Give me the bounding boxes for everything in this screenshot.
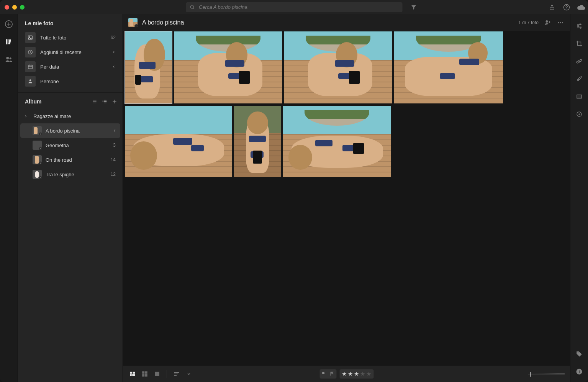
help-icon bbox=[563, 4, 570, 11]
sidebar-item-by-date[interactable]: Per data bbox=[20, 59, 120, 74]
sidebar-item-people[interactable]: Persone bbox=[20, 74, 120, 89]
album-thumbnail: ✓ bbox=[33, 155, 42, 164]
sidebar-item-recent[interactable]: Aggiunti di recente bbox=[20, 45, 120, 59]
info-button[interactable] bbox=[575, 367, 583, 376]
svg-point-52 bbox=[580, 24, 581, 25]
flag-reject-button[interactable] bbox=[328, 369, 336, 379]
star-2[interactable]: ★ bbox=[348, 371, 353, 377]
sort-dropdown[interactable] bbox=[185, 370, 193, 378]
album-thumbnail bbox=[128, 18, 138, 27]
svg-rect-44 bbox=[145, 374, 147, 376]
svg-point-68 bbox=[579, 370, 580, 371]
keywords-button[interactable] bbox=[575, 350, 583, 358]
chevron-down-icon bbox=[187, 372, 191, 376]
crop-icon bbox=[576, 40, 583, 47]
svg-rect-57 bbox=[576, 59, 582, 63]
star-4[interactable]: ★ bbox=[360, 371, 365, 377]
svg-point-10 bbox=[6, 57, 9, 59]
view-grid-button[interactable] bbox=[101, 98, 108, 105]
library-icon bbox=[5, 38, 13, 46]
search-box[interactable] bbox=[186, 2, 402, 12]
window-maximize-button[interactable] bbox=[20, 5, 25, 10]
svg-rect-39 bbox=[130, 374, 132, 376]
photo-icon bbox=[25, 32, 36, 43]
svg-point-31 bbox=[546, 20, 548, 23]
view-list-button[interactable] bbox=[91, 98, 98, 105]
funnel-icon bbox=[411, 4, 417, 10]
cloud-sync-button[interactable] bbox=[577, 3, 585, 11]
star-1[interactable]: ★ bbox=[342, 371, 347, 377]
photo-thumbnail[interactable] bbox=[283, 105, 391, 177]
photo-thumbnail[interactable] bbox=[234, 105, 281, 177]
help-button[interactable] bbox=[563, 3, 570, 11]
grid-view-button[interactable] bbox=[128, 370, 137, 378]
zoom-slider[interactable] bbox=[528, 373, 565, 375]
album-label: A bordo piscina bbox=[46, 128, 109, 134]
linear-gradient-button[interactable] bbox=[575, 92, 583, 101]
window-controls bbox=[5, 5, 25, 10]
album-folder-row[interactable]: Ragazze al mare bbox=[20, 109, 120, 123]
edit-panel-button[interactable] bbox=[575, 22, 583, 30]
star-3[interactable]: ★ bbox=[354, 371, 359, 377]
library-tab[interactable] bbox=[4, 37, 13, 46]
photo-grid-scroll[interactable] bbox=[123, 31, 570, 365]
svg-rect-41 bbox=[142, 371, 144, 374]
shared-tab[interactable] bbox=[4, 55, 13, 64]
brush-panel-button[interactable] bbox=[575, 75, 583, 83]
svg-point-4 bbox=[566, 8, 567, 9]
contributors-button[interactable] bbox=[543, 18, 552, 27]
crop-panel-button[interactable] bbox=[575, 39, 583, 48]
window-close-button[interactable] bbox=[5, 5, 9, 10]
person-icon bbox=[25, 76, 36, 87]
svg-point-35 bbox=[560, 22, 561, 23]
photo-thumbnail[interactable] bbox=[284, 31, 392, 104]
album-row[interactable]: ✓ A bordo piscina 7 bbox=[20, 123, 120, 138]
single-view-button[interactable] bbox=[153, 370, 161, 378]
titlebar bbox=[0, 0, 588, 14]
window-minimize-button[interactable] bbox=[12, 5, 17, 10]
svg-point-58 bbox=[578, 61, 579, 61]
star-5[interactable]: ★ bbox=[366, 371, 371, 377]
sidebar: Le mie foto Tutte le foto 62 Aggiunti di… bbox=[18, 14, 123, 382]
share-icon bbox=[549, 4, 555, 10]
add-photos-button[interactable] bbox=[4, 20, 13, 29]
content-title: A bordo piscina bbox=[142, 19, 184, 26]
flag-pick-button[interactable] bbox=[319, 369, 328, 379]
svg-rect-43 bbox=[142, 374, 144, 376]
flag-controls bbox=[319, 369, 336, 379]
add-album-button[interactable] bbox=[111, 98, 118, 105]
radial-gradient-button[interactable] bbox=[575, 110, 583, 118]
album-count: 14 bbox=[111, 157, 116, 162]
grid-justified-icon bbox=[129, 371, 136, 377]
album-thumbnail: ✓ bbox=[33, 126, 42, 135]
square-grid-button[interactable] bbox=[141, 370, 149, 378]
svg-rect-38 bbox=[133, 372, 135, 374]
album-row[interactable]: ✓ Geometria 3 bbox=[20, 138, 120, 152]
photo-thumbnail[interactable] bbox=[174, 31, 282, 104]
person-plus-icon bbox=[544, 19, 551, 26]
album-row[interactable]: ✓ On the road 14 bbox=[20, 152, 120, 167]
album-label: Geometria bbox=[46, 143, 109, 148]
album-thumbnail: ✓ bbox=[33, 170, 42, 179]
photo-thumbnail[interactable] bbox=[124, 31, 172, 104]
search-input[interactable] bbox=[198, 4, 398, 10]
photo-thumbnail[interactable] bbox=[124, 105, 232, 177]
svg-rect-9 bbox=[8, 39, 9, 44]
more-button[interactable] bbox=[556, 18, 565, 27]
rating-stars[interactable]: ★★★★★ bbox=[339, 369, 373, 379]
chevron-right-icon bbox=[112, 50, 116, 54]
album-count: 3 bbox=[113, 143, 116, 148]
filter-button[interactable] bbox=[409, 3, 418, 12]
album-row[interactable]: ✓ Tra le spighe 12 bbox=[20, 167, 120, 182]
content-header: A bordo piscina 1 di 7 foto bbox=[123, 14, 570, 31]
album-label: On the road bbox=[46, 157, 107, 163]
plus-circle-icon bbox=[5, 20, 13, 28]
photo-thumbnail[interactable] bbox=[394, 31, 503, 104]
share-button[interactable] bbox=[548, 3, 556, 11]
sort-button[interactable] bbox=[172, 370, 181, 378]
sort-icon bbox=[173, 371, 180, 377]
svg-point-54 bbox=[578, 26, 579, 27]
svg-rect-8 bbox=[6, 39, 7, 44]
sidebar-item-all-photos[interactable]: Tutte le foto 62 bbox=[20, 30, 120, 45]
healing-panel-button[interactable] bbox=[575, 57, 583, 66]
